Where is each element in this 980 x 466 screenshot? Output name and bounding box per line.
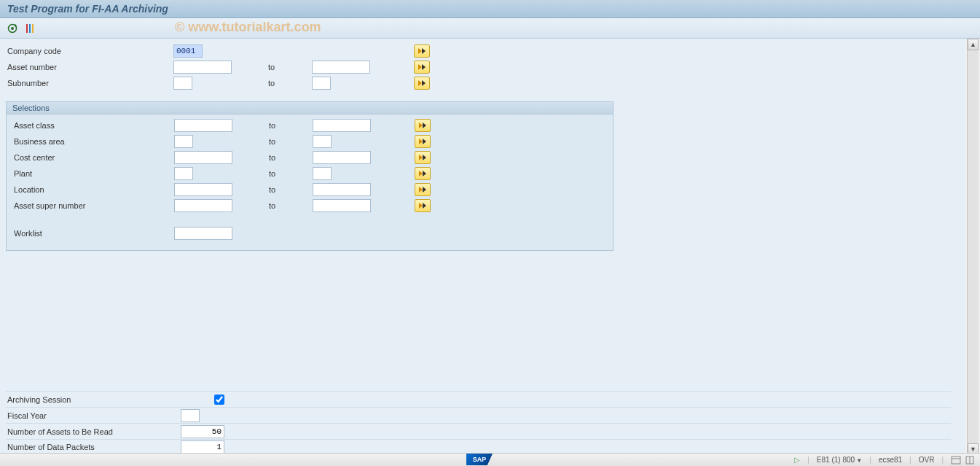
scroll-up-icon[interactable]: ▲: [968, 39, 979, 50]
to-label: to: [269, 169, 313, 178]
asset-number-low-input[interactable]: [173, 61, 232, 74]
toolbar: © www.tutorialkart.com: [0, 18, 980, 39]
sap-logo: SAP: [466, 454, 493, 465]
to-label: to: [269, 153, 313, 162]
label-plant: Plant: [7, 169, 174, 178]
label-assets-read: Number of Assets to Be Read: [6, 427, 181, 436]
row-assets-read: Number of Assets to Be Read: [6, 423, 951, 439]
assets-read-input[interactable]: [181, 425, 224, 438]
label-subnumber: Subnumber: [6, 79, 173, 88]
watermark: © www.tutorialkart.com: [175, 20, 321, 35]
svg-rect-2: [26, 24, 28, 33]
location-low-input[interactable]: [174, 183, 232, 196]
multiple-selection-location[interactable]: [415, 183, 431, 196]
status-server: ecse81: [879, 456, 902, 464]
row-company-code: Company code: [6, 43, 960, 59]
subnumber-high-input[interactable]: [312, 77, 331, 90]
title-text: Test Program for FI-AA Archiving: [7, 3, 168, 15]
status-layout-icon[interactable]: [951, 456, 961, 465]
row-fiscal-year: Fiscal Year: [6, 407, 951, 423]
selection-screen-icon[interactable]: [23, 22, 36, 35]
worklist-input[interactable]: [174, 227, 232, 240]
row-asset-number: Asset number to: [6, 59, 960, 75]
label-asset-class: Asset class: [7, 121, 174, 130]
business-area-high-input[interactable]: [313, 135, 332, 148]
row-cost-center: Cost center to: [7, 149, 613, 166]
svg-rect-3: [29, 24, 31, 33]
multiple-selection-asset-super[interactable]: [415, 199, 431, 212]
row-asset-class: Asset class to: [7, 117, 613, 133]
asset-class-high-input[interactable]: [313, 119, 371, 132]
multiple-selection-subnumber[interactable]: [414, 77, 430, 90]
to-label: to: [269, 137, 313, 146]
cost-center-low-input[interactable]: [174, 151, 232, 164]
label-asset-number: Asset number: [6, 63, 173, 71]
row-archiving-session: Archiving Session: [6, 391, 951, 407]
svg-rect-5: [952, 457, 960, 464]
page-title: Test Program for FI-AA Archiving: [0, 0, 980, 18]
company-code-input[interactable]: [173, 44, 203, 58]
asset-number-high-input[interactable]: [312, 61, 370, 74]
label-company-code: Company code: [6, 47, 173, 55]
label-archiving-session: Archiving Session: [6, 395, 181, 404]
multiple-selection-business-area[interactable]: [415, 135, 431, 148]
to-label: to: [268, 79, 312, 88]
execute-icon[interactable]: [6, 22, 19, 35]
vertical-scrollbar[interactable]: ▲ ▼: [967, 39, 979, 455]
multiple-selection-cost-center[interactable]: [415, 151, 431, 164]
subnumber-low-input[interactable]: [173, 77, 192, 90]
form-area: Company code Asset number to Subnumber t…: [0, 39, 965, 455]
location-high-input[interactable]: [313, 183, 371, 196]
svg-point-1: [11, 27, 14, 30]
to-label: to: [269, 121, 313, 130]
scroll-track[interactable]: [968, 50, 979, 443]
row-plant: Plant to: [7, 166, 613, 182]
to-label: to: [268, 63, 312, 71]
status-nav-icon[interactable]: ▷: [794, 456, 800, 464]
fiscal-year-input[interactable]: [181, 409, 200, 422]
archiving-session-checkbox[interactable]: [214, 395, 224, 405]
content-area: Company code Asset number to Subnumber t…: [0, 39, 980, 455]
status-mode: OVR: [919, 456, 935, 464]
label-data-packets: Number of Data Packets: [6, 443, 181, 451]
statusbar: SAP ▷ | E81 (1) 800 | ecse81 | OVR |: [0, 453, 980, 466]
multiple-selection-company-code[interactable]: [414, 44, 430, 58]
business-area-low-input[interactable]: [174, 135, 193, 148]
row-subnumber: Subnumber to: [6, 75, 960, 91]
label-asset-super: Asset super number: [7, 201, 174, 210]
group-header-selections: Selections: [7, 102, 613, 114]
status-close-icon[interactable]: [965, 456, 974, 465]
row-location: Location to: [7, 182, 613, 198]
svg-rect-4: [32, 24, 34, 33]
asset-super-low-input[interactable]: [174, 199, 232, 212]
row-business-area: Business area to: [7, 133, 613, 149]
to-label: to: [269, 185, 313, 194]
label-fiscal-year: Fiscal Year: [6, 411, 181, 420]
asset-class-low-input[interactable]: [174, 119, 232, 132]
data-packets-input[interactable]: [181, 440, 224, 454]
label-business-area: Business area: [7, 137, 174, 146]
row-asset-super: Asset super number to: [7, 198, 613, 214]
status-session[interactable]: E81 (1) 800: [817, 456, 862, 464]
asset-super-high-input[interactable]: [313, 199, 371, 212]
label-location: Location: [7, 185, 174, 194]
row-worklist: Worklist: [7, 225, 613, 241]
group-selections: Selections Asset class to Business area …: [6, 101, 614, 251]
plant-high-input[interactable]: [313, 167, 332, 180]
multiple-selection-plant[interactable]: [415, 167, 431, 180]
bottom-block: Archiving Session Fiscal Year Number of …: [6, 391, 951, 455]
cost-center-high-input[interactable]: [313, 151, 371, 164]
label-worklist: Worklist: [7, 229, 174, 238]
plant-low-input[interactable]: [174, 167, 193, 180]
multiple-selection-asset-number[interactable]: [414, 61, 430, 74]
to-label: to: [269, 201, 313, 210]
multiple-selection-asset-class[interactable]: [415, 119, 431, 132]
label-cost-center: Cost center: [7, 153, 174, 162]
